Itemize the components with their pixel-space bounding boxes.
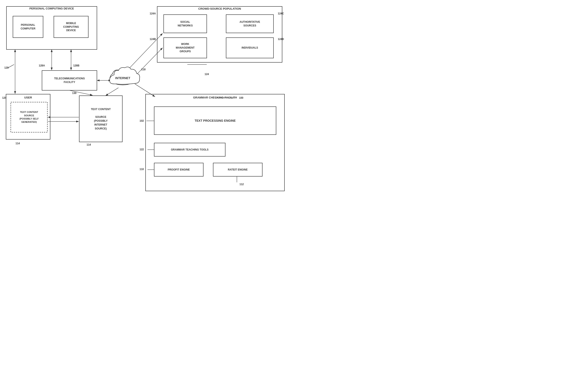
label-128: 128 [4, 66, 8, 69]
proofit-engine-label: PROOFIT ENGINE [154, 163, 203, 176]
individuals-label: INDIVIDUALS [226, 38, 274, 58]
telecom-facility-label: TELECOMMUNICATIONSFACILITY [42, 70, 97, 90]
crowd-source-population-title: CROWD-SOURCE POPULATION [157, 7, 282, 10]
work-management-groups-label: WORKMANAGEMENTGROUPS [164, 38, 207, 58]
svg-line-37 [8, 64, 14, 68]
text-processing-engine-label: TEXT PROCESSING ENGINE [154, 107, 276, 135]
label-114-left: 114 [16, 142, 20, 145]
label-110: 110 [140, 168, 144, 171]
label-112: 112 [240, 183, 244, 186]
label-114-center: 114 [86, 143, 91, 146]
personal-computing-device-title: PERSONAL COMPUTING DEVICE [6, 7, 97, 10]
text-content-source-internet-label: TEXT CONTENTSOURCE(POSSIBLYINTERNETSOURC… [79, 96, 122, 142]
svg-text:INTERNET: INTERNET [115, 76, 130, 80]
text-content-source-dashed-label: TEXT CONTENTSOURCE(POSSIBLY SELFGENERATE… [11, 102, 48, 132]
label-124a: 124A [150, 12, 156, 15]
label-122: 122 [140, 148, 144, 151]
label-128a: 128A [39, 64, 45, 67]
label-102: 102 [140, 119, 144, 122]
label-128b: 128B [73, 64, 80, 67]
mobile-computing-device-label: MOBILECOMPUTINGDEVICE [54, 16, 88, 38]
svg-line-26 [106, 88, 118, 96]
rateit-engine-label: RATEIT ENGINE [213, 163, 262, 176]
diagram: INTERNET PERSONAL COMPUTING DEVICE PERSO… [0, 0, 290, 196]
grammar-checking-facility-title: GRAMMAR CHECKING FACILITY [146, 95, 284, 99]
social-networks-label: SOCIALNETWORKS [164, 15, 207, 33]
label-100: 100 [239, 96, 243, 99]
label-124d: 124D [278, 38, 284, 41]
svg-line-24 [129, 33, 162, 69]
internet-cloud: INTERNET [106, 64, 140, 88]
label-130: 130 [72, 92, 76, 95]
authoritative-sources-label: AUTHORITATIVESOURCES [226, 15, 274, 33]
user-title: USER [6, 95, 50, 99]
label-124: 124 [204, 73, 209, 76]
label-124c: 124C [278, 12, 284, 15]
label-124b: 124B [150, 38, 156, 41]
personal-computer-label: PERSONALCOMPUTER [13, 16, 43, 38]
label-120: 120 [2, 96, 6, 99]
label-118: 118 [141, 68, 146, 71]
grammar-teaching-tools-label: GRAMMAR TEACHING TOOLS [154, 143, 225, 156]
